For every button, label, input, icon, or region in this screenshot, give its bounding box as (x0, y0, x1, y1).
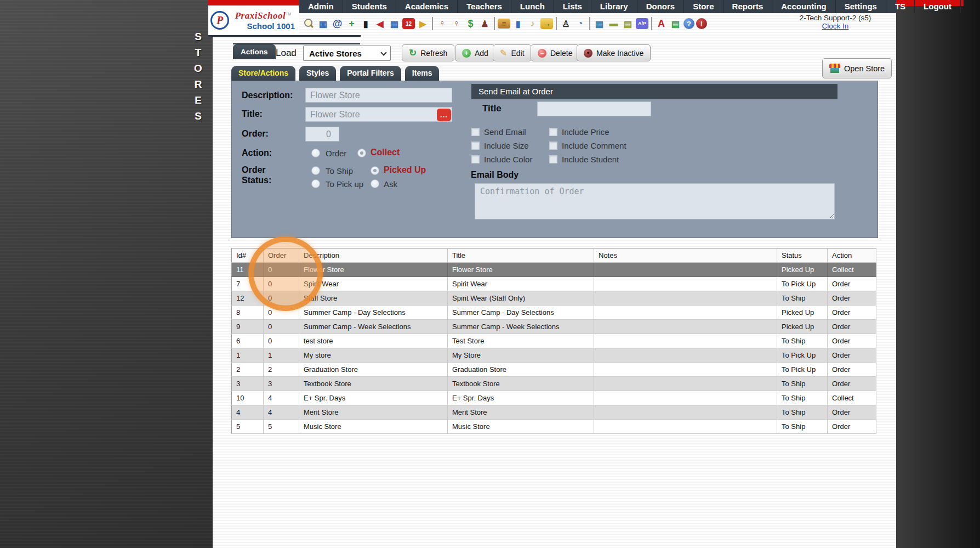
calendar-month-icon[interactable]: ▦ (388, 16, 401, 31)
nav-item[interactable]: Logout (915, 0, 961, 13)
table-row[interactable]: 9 0 Summer Camp - Week Selections Summer… (232, 320, 876, 334)
checkbox-include-student[interactable] (549, 155, 557, 163)
money-icon[interactable]: $ (464, 16, 477, 31)
tab-items[interactable]: Items (405, 66, 440, 81)
nav-item[interactable]: TS (886, 0, 915, 13)
nav-item[interactable]: Accounting (772, 0, 836, 13)
delete-button[interactable]: – Delete (531, 44, 579, 61)
email-title-input[interactable] (537, 101, 651, 116)
tab-portal-filters[interactable]: Portal Filters (340, 66, 401, 81)
title-more-button[interactable]: ... (437, 109, 451, 121)
pdf-icon[interactable]: A (655, 16, 668, 31)
order-input[interactable] (305, 127, 339, 142)
calendar-date-icon[interactable]: 12 (402, 18, 415, 29)
actions-tab[interactable]: Actions (233, 44, 276, 59)
checkbox-include-size[interactable] (471, 142, 480, 150)
nav-item[interactable]: Teachers (458, 0, 511, 13)
calendar-grid-icon[interactable]: ▦ (317, 16, 329, 31)
checkbox-send-email[interactable] (471, 128, 480, 136)
table-row[interactable]: 10 4 E+ Spr. Days E+ Spr. Days To Ship C… (232, 391, 876, 405)
table-row[interactable]: 1 1 My store My Store To Pick Up Order (232, 348, 876, 363)
column-header[interactable]: Title (448, 248, 594, 263)
email-at-icon[interactable]: @ (331, 16, 344, 31)
print-check-icon[interactable]: ▤ (622, 16, 634, 31)
store-filter-select-wrap: Active Stores (303, 46, 391, 61)
nav-item[interactable]: Settings (836, 0, 886, 13)
brand-tm: TM (286, 12, 291, 15)
title-input[interactable] (305, 107, 452, 122)
table-row[interactable]: 7 0 Spirit Wear Spirit Wear To Pick Up O… (232, 277, 876, 291)
store-filter-select[interactable]: Active Stores (303, 46, 391, 61)
column-header[interactable]: Status (777, 248, 828, 263)
help-icon[interactable]: ? (683, 18, 694, 29)
email-options: Send Email Include Price Include Size In… (471, 127, 670, 164)
nav-item[interactable]: Library (591, 0, 637, 13)
time-clock-icon[interactable]: ◔ (574, 16, 586, 31)
speaker-icon[interactable]: ◀ (374, 16, 386, 31)
nav-item[interactable]: Store (684, 0, 723, 13)
email-body-textarea[interactable]: Confirmation of Order (475, 183, 835, 219)
action-label: Action: (242, 148, 272, 158)
staff-icon[interactable]: ♙ (560, 16, 572, 31)
radio-status-picked-up[interactable] (371, 166, 379, 175)
mobile-phone-icon[interactable]: ▮ (360, 16, 372, 31)
nav-item[interactable]: Students (343, 0, 396, 13)
nav-item[interactable]: Donors (637, 0, 685, 13)
nav-item[interactable]: Reports (723, 0, 773, 13)
nav-item[interactable]: Academics (396, 0, 458, 13)
table-row[interactable]: 12 0 Staff Store Spirit Wear (Staff Only… (232, 291, 876, 306)
checkbox-include-comment[interactable] (549, 142, 557, 150)
tab-styles[interactable]: Styles (299, 66, 336, 81)
table-row[interactable]: 5 5 Music Store Music Store To Ship Orde… (232, 420, 876, 434)
nav-item[interactable]: Admin (299, 0, 343, 13)
table-row[interactable]: 2 2 Graduation Store Graduation Store To… (232, 363, 876, 377)
student-add-icon[interactable]: ♀ (436, 16, 448, 31)
send-out-icon[interactable]: → (540, 18, 553, 29)
radio-status-to-pick-up[interactable] (311, 179, 320, 188)
user-info: 2-Tech Support-2 (s5) Clock In (788, 14, 882, 30)
student-icon[interactable]: ♀ (450, 16, 463, 31)
stop-icon[interactable]: ! (696, 18, 707, 29)
nav-item[interactable]: Lists (554, 0, 591, 13)
radio-action-order[interactable] (311, 149, 320, 157)
open-store-button[interactable]: Open Store (822, 58, 892, 78)
ap-icon[interactable]: A/P (636, 18, 648, 29)
cash-register-icon[interactable]: ▤ (669, 16, 682, 31)
description-input[interactable] (305, 88, 452, 103)
checkbox-include-price-label: Include Price (562, 127, 609, 137)
clock-in-link[interactable]: Clock In (822, 22, 849, 30)
nav-item[interactable]: Lunch (511, 0, 554, 13)
radio-action-collect[interactable] (357, 149, 366, 157)
library-icon[interactable]: ▮ (512, 16, 525, 31)
checkbox-include-color[interactable] (471, 155, 480, 163)
checkbox-include-color-label: Include Color (484, 155, 532, 164)
lunch-icon[interactable]: ≡ (498, 19, 510, 29)
check-icon[interactable]: ▬ (607, 16, 620, 31)
megaphone-icon[interactable]: ▶ (417, 16, 429, 31)
horn-icon[interactable]: ♪ (526, 16, 539, 31)
radio-status-ask[interactable] (371, 179, 379, 188)
column-header[interactable]: Order (264, 248, 299, 263)
make-inactive-button[interactable]: ● Make Inactive (577, 44, 651, 61)
column-header[interactable]: Description (299, 248, 448, 263)
title-label: Title: (242, 109, 263, 119)
table-row[interactable]: 8 0 Summer Camp - Day Selections Summer … (232, 306, 876, 320)
column-header[interactable]: Action (828, 248, 876, 263)
checkbox-include-price[interactable] (549, 128, 557, 136)
table-row[interactable]: 6 0 test store Test Store To Ship Order (232, 334, 876, 348)
table-row[interactable]: 3 3 Textbook Store Textbook Store To Shi… (232, 377, 876, 391)
chat-add-icon[interactable]: + (345, 16, 358, 31)
tab-store-actions[interactable]: Store/Actions (231, 66, 295, 81)
table-row[interactable]: 4 4 Merit Store Merit Store To Ship Orde… (232, 405, 876, 420)
table-row[interactable]: 11 0 Flower Store Flower Store Picked Up… (232, 263, 876, 277)
search-icon[interactable] (303, 16, 315, 31)
radio-status-to-ship[interactable] (311, 166, 320, 175)
email-title-label: Title (482, 103, 502, 114)
add-button[interactable]: + Add (455, 44, 495, 61)
column-header[interactable]: Notes (594, 248, 777, 263)
spreadsheet-icon[interactable]: ▦ (593, 16, 606, 31)
edit-button[interactable]: ✎ Edit (493, 44, 532, 61)
column-header[interactable]: Id# (232, 248, 264, 263)
family-icon[interactable]: ♟ (478, 16, 491, 31)
refresh-button[interactable]: ↻ Refresh (402, 44, 454, 61)
